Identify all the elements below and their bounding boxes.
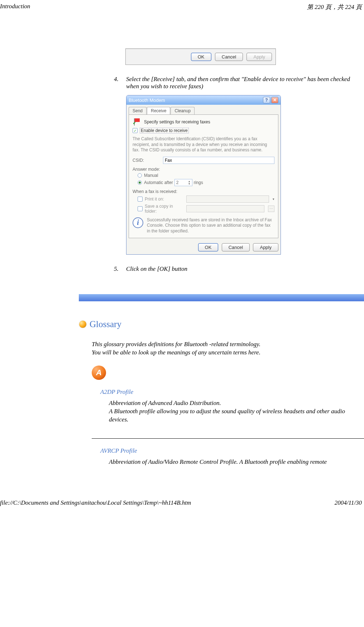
glossary-title: Glossary	[90, 319, 121, 329]
csid-description: The Called Subscriber Identification (CS…	[133, 136, 274, 153]
rings-value: 2	[176, 180, 179, 185]
savecopy-checkbox[interactable]	[138, 206, 143, 211]
term-def-line: A Bluetooth profile allowing you to adju…	[109, 407, 364, 424]
step-number: 4.	[114, 76, 121, 90]
step-text: Select the [Receive] tab, and then confi…	[126, 76, 364, 90]
footer-date: 2004/11/30	[335, 499, 362, 506]
term-title: AVRCP Profile	[100, 447, 364, 454]
received-label: When a fax is received:	[133, 189, 274, 194]
doc-title: Introduction	[0, 3, 30, 11]
spinner-buttons[interactable]: ▲▼	[188, 180, 191, 185]
section-divider	[79, 294, 364, 301]
term-title: A2DP Profile	[100, 388, 364, 396]
enable-receive-label: Enable device to receive	[140, 128, 189, 133]
enable-receive-checkbox[interactable]	[133, 128, 138, 133]
term-def-line: Abbreviation of Audio/Video Remote Contr…	[109, 458, 364, 466]
apply-button: Apply	[246, 53, 272, 61]
csid-label: CSID:	[133, 158, 163, 163]
tabs: Send Receive Cleanup	[126, 105, 281, 114]
tab-send[interactable]: Send	[129, 107, 147, 114]
automatic-radio[interactable]	[138, 180, 142, 185]
info-icon: i	[133, 217, 143, 228]
step-4: 4. Select the [Receive] tab, and then co…	[114, 76, 364, 90]
glossary-intro-line: You will be able to look up the meanings…	[92, 348, 364, 357]
bluetooth-modem-dialog: Bluetooth Modem ? ✕ Send Receive Cleanup…	[126, 95, 281, 255]
csid-input[interactable]	[163, 157, 274, 164]
print-select	[186, 195, 269, 203]
term-avrcp: AVRCP Profile Abbreviation of Audio/Vide…	[100, 447, 364, 466]
tab-cleanup[interactable]: Cleanup	[171, 107, 195, 114]
glossary-heading: Glossary	[79, 319, 364, 329]
page-info: 第 220 頁，共 224 頁	[307, 3, 364, 11]
automatic-label: Automatic after	[144, 180, 173, 185]
glossary-intro: This glossary provides definitions for B…	[92, 340, 364, 357]
manual-label: Manual	[144, 173, 158, 178]
dialog-title: Bluetooth Modem	[129, 98, 165, 103]
flag-icon: ✓	[133, 118, 141, 126]
bullet-icon	[79, 320, 87, 328]
glossary-intro-line: This glossary provides definitions for B…	[92, 340, 364, 349]
browse-button: ⋯	[268, 206, 274, 212]
hr-divider	[92, 438, 364, 439]
step-5: 5. Click on the [OK] button	[114, 265, 364, 273]
ok-button-2[interactable]: OK	[198, 243, 219, 251]
print-checkbox[interactable]	[138, 197, 143, 202]
manual-radio[interactable]	[138, 173, 142, 178]
titlebar: Bluetooth Modem ? ✕	[126, 95, 281, 105]
apply-button-2[interactable]: Apply	[253, 243, 278, 251]
footer-path: file://C:\Documents and Settings\anitach…	[0, 499, 191, 506]
cancel-button[interactable]: Cancel	[215, 53, 243, 61]
term-def-line: Abbreviation of Advanced Audio Distribut…	[109, 399, 364, 407]
dialog-buttonbar: OK Cancel Apply	[125, 48, 276, 65]
step-number: 5.	[114, 265, 121, 273]
term-a2dp: A2DP Profile Abbreviation of Advanced Au…	[100, 388, 364, 424]
rings-spinner[interactable]: 2 ▲▼	[174, 179, 192, 186]
tab-receive[interactable]: Receive	[147, 107, 170, 114]
answer-mode-label: Answer mode:	[133, 167, 274, 172]
dropdown-icon: ▾	[273, 197, 274, 201]
close-button[interactable]: ✕	[271, 97, 278, 103]
info-text: Successfully received faxes are stored i…	[147, 217, 274, 234]
step-text: Click on the [OK] button	[126, 265, 187, 273]
cancel-button-2[interactable]: Cancel	[222, 243, 250, 251]
ok-button[interactable]: OK	[191, 53, 211, 61]
rings-label: rings	[194, 180, 203, 185]
flag-label: Specify settings for receiving faxes	[144, 119, 210, 124]
savecopy-label: Save a copy in folder:	[145, 204, 184, 214]
print-label: Print it on:	[145, 197, 184, 202]
tab-pane: ✓ Specify settings for receiving faxes E…	[129, 114, 278, 238]
letter-badge: A	[92, 366, 106, 380]
help-button[interactable]: ?	[263, 97, 270, 103]
savecopy-path	[186, 205, 264, 212]
